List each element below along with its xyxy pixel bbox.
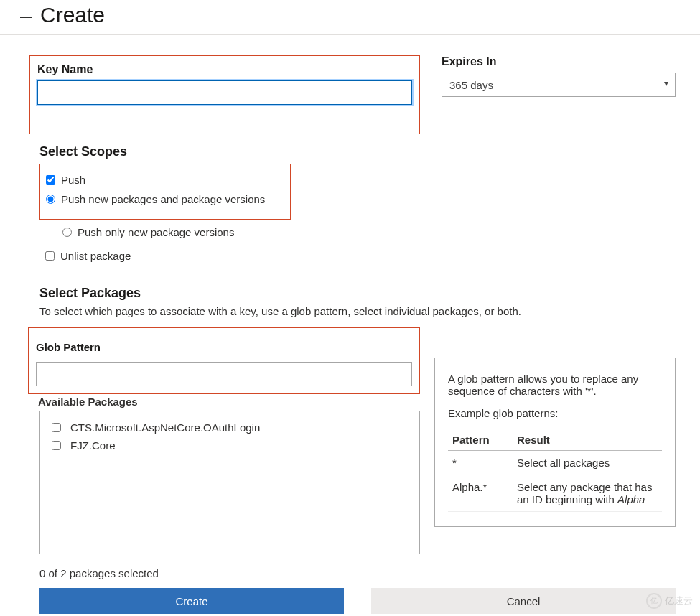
help-text-1: A glob pattern allows you to replace any…: [448, 373, 662, 397]
scopes-title: Select Scopes: [39, 144, 676, 159]
cancel-button[interactable]: Cancel: [371, 588, 676, 614]
key-name-input[interactable]: [37, 80, 412, 105]
glob-highlight: Glob Pattern: [28, 327, 420, 394]
col-result: Result: [513, 429, 662, 451]
page-title: Create: [40, 3, 105, 27]
pattern-cell: *: [448, 451, 513, 475]
form-header: Create: [0, 0, 700, 34]
create-button[interactable]: Create: [39, 588, 344, 614]
available-packages-list: CTS.Microsoft.AspNetCore.OAuthLogin FJZ.…: [39, 411, 420, 554]
glob-examples-table: Pattern Result * Select all packages Alp…: [448, 429, 662, 512]
key-name-highlight: Key Name: [29, 55, 420, 134]
available-label: Available Packages: [38, 396, 420, 408]
table-row: * Select all packages: [448, 451, 662, 475]
key-name-label: Key Name: [37, 63, 412, 76]
scopes-highlight: Push Push new packages and package versi…: [39, 164, 291, 220]
list-item: FJZ.Core: [49, 437, 411, 454]
push-only-label: Push only new package versions: [78, 226, 234, 238]
push-new-label: Push new packages and package versions: [61, 193, 265, 205]
collapse-icon[interactable]: [20, 17, 32, 18]
col-pattern: Pattern: [448, 429, 513, 451]
result-cell: Select any package that has an ID beginn…: [513, 475, 662, 512]
help-text-2: Example glob patterns:: [448, 407, 662, 419]
result-cell: Select all packages: [513, 451, 662, 475]
glob-label: Glob Pattern: [36, 341, 412, 353]
expires-label: Expires In: [442, 55, 676, 68]
package-checkbox[interactable]: [52, 441, 61, 450]
packages-title: Select Packages: [39, 286, 676, 301]
glob-input[interactable]: [36, 362, 412, 386]
table-row: Alpha.* Select any package that has an I…: [448, 475, 662, 512]
package-checkbox[interactable]: [52, 423, 61, 432]
list-item: CTS.Microsoft.AspNetCore.OAuthLogin: [49, 419, 411, 437]
unlist-label: Unlist package: [60, 250, 131, 262]
package-name-label: CTS.Microsoft.AspNetCore.OAuthLogin: [70, 421, 260, 434]
pattern-cell: Alpha.*: [448, 475, 513, 512]
push-new-radio[interactable]: [46, 195, 55, 204]
push-only-radio[interactable]: [62, 228, 72, 237]
packages-desc: To select which pages to associate with …: [39, 305, 676, 317]
push-label: Push: [61, 174, 85, 186]
package-name-label: FJZ.Core: [70, 439, 116, 452]
unlist-checkbox[interactable]: [45, 251, 55, 261]
selection-status: 0 of 2 packages selected: [39, 567, 676, 579]
glob-help-panel: A glob pattern allows you to replace any…: [434, 358, 676, 527]
push-checkbox[interactable]: [46, 175, 55, 185]
expires-select[interactable]: 365 days: [442, 73, 676, 97]
